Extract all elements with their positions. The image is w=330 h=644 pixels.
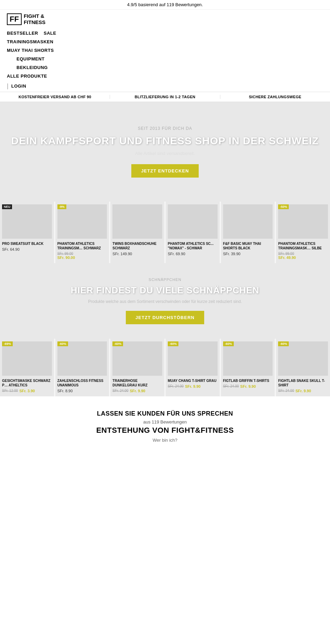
shipping-bar: KOSTENFREIER VERSAND AB CHF 90 BLITZLIEF…	[0, 92, 330, 102]
product-name: PRO SWEATSUIT BLACK	[2, 241, 52, 246]
product-badge: -60%	[168, 341, 178, 346]
entstehung-sub: Wer bin ich?	[7, 438, 323, 443]
product-price-old: SFr. 24.00	[278, 389, 294, 393]
product-image	[278, 341, 328, 376]
product-card-sale-0[interactable]: -69%GESICHTSMASKE SCHWARZ P… ATHELTICSSF…	[0, 339, 54, 396]
main-nav: BESTSELLERSALE TRAININGSMASKEN MUAY THAI…	[7, 29, 56, 92]
product-price-old: SFr. 24.00	[112, 389, 128, 393]
rating-text: 4.9/5 basierend auf 119 Bewertungen.	[127, 2, 203, 7]
nav-alle-produkte[interactable]: ALLE PRODUKTE	[7, 72, 47, 80]
product-name: FIGHTLAB SNAKE SKULL T-SHIRT	[278, 379, 328, 387]
hero-cta-button[interactable]: JETZT ENTDECKEN	[131, 164, 198, 178]
product-card-featured-3[interactable]: PHANTOM ATHLETICS SC... "NOMAX" - SCHWAR…	[166, 202, 220, 263]
nav-sale[interactable]: SALE	[44, 29, 56, 37]
product-image	[2, 341, 52, 376]
nav-trainingsmasken[interactable]: TRAININGSMASKEN	[7, 37, 53, 46]
nav-muay-thai-shorts[interactable]: MUAY THAI SHORTS	[7, 46, 54, 55]
product-card-sale-1[interactable]: -60%ZAHLENSCHLOSS FITNESS UNANIMOUSSFr. …	[55, 339, 109, 396]
entstehung-title: ENTSTEHUNG VON FIGHT&FITNESS	[7, 426, 323, 435]
product-card-featured-4[interactable]: F&F BASIC MUAY THAI SHORTS BLACKSFr. 39.…	[221, 202, 275, 263]
product-card-featured-0[interactable]: NEUPRO SWEATSUIT BLACKSFr. 64.90	[0, 202, 54, 263]
header: FF FIGHT &FITNESS BESTSELLERSALE TRAININ…	[0, 10, 330, 92]
product-price-old: SFr. 24.00	[168, 384, 184, 388]
featured-products-row: NEUPRO SWEATSUIT BLACKSFr. 64.90-9%PHANT…	[0, 202, 330, 263]
product-price-sale: SFr. 9.90	[240, 384, 256, 388]
product-image	[168, 341, 218, 376]
product-name: PHANTOM ATHLETICS TRAININGSMASK… SILBE	[278, 241, 328, 250]
product-card-sale-3[interactable]: -60%MUAY CHANG T-SHIRT GRAUSFr. 24.00SFr…	[166, 339, 220, 396]
product-badge: -9%	[57, 204, 66, 209]
product-price-old: SFr. 24.00	[223, 384, 239, 388]
product-image	[223, 204, 273, 239]
hero-title: DEIN KAMPFSPORT UND FITNESS SHOP IN DER …	[11, 135, 319, 147]
schnappchen-description: Produkte welche aus dem Sortiment versch…	[88, 299, 242, 304]
hero-description: Alle Artikel sind versandbereit.	[135, 151, 195, 156]
product-name: TWINS BOXHANDSCHUHE SCHWARZ	[112, 241, 162, 250]
product-card-sale-2[interactable]: -60%TRAINERHOSE DUNKELGRAU KURZSFr. 24.0…	[110, 339, 164, 396]
product-price: SFr. 8.90	[57, 389, 107, 393]
nav-bekleidung[interactable]: BEKLEIDUNG	[7, 63, 48, 72]
product-name: FIGTLAB GRIFFIN T-SHIRTS	[223, 379, 273, 383]
top-rating-bar: 4.9/5 basierend auf 119 Bewertungen.	[0, 0, 330, 10]
product-card-featured-1[interactable]: -9%PHANTOM ATHLETICS TRAININGSM… SCHWARZ…	[55, 202, 109, 263]
product-price-old: SFr. 12.00	[2, 389, 18, 393]
product-name: TRAINERHOSE DUNKELGRAU KURZ	[112, 379, 162, 387]
reviews-count: aus 119 Bewertungen	[7, 419, 323, 425]
schnappchen-title: HIER FINDEST DU VIELE SCHNÄPPCHEN	[71, 285, 260, 296]
hero-subtitle: SEIT 2013 FÜR DICH DA	[138, 126, 192, 131]
product-name: MUAY CHANG T-SHIRT GRAU	[168, 379, 218, 383]
product-price: SFr. 149.90	[112, 252, 162, 256]
product-price-sale: SFr. 3.90	[19, 389, 35, 393]
product-badge: -60%	[57, 341, 68, 346]
product-price-sale: SFr. 9.90	[296, 389, 311, 393]
product-card-featured-5[interactable]: -50%PHANTOM ATHLETICS TRAININGSMASK… SIL…	[276, 202, 330, 263]
product-card-featured-2[interactable]: TWINS BOXHANDSCHUHE SCHWARZSFr. 149.90	[110, 202, 164, 263]
product-name: GESICHTSMASKE SCHWARZ P… ATHELTICS	[2, 379, 52, 387]
login-link[interactable]: LOGIN	[11, 82, 26, 90]
product-card-sale-5[interactable]: -60%FIGHTLAB SNAKE SKULL T-SHIRTSFr. 24.…	[276, 339, 330, 396]
featured-products-section: NEUPRO SWEATSUIT BLACKSFr. 64.90-9%PHANT…	[0, 202, 330, 263]
reviews-title: LASSEN SIE KUNDEN FÜR UNS SPRECHEN	[7, 410, 323, 417]
logo[interactable]: FF FIGHT &FITNESS	[7, 13, 45, 25]
schnappchen-section: SCHNÄPPCHEN HIER FINDEST DU VIELE SCHNÄP…	[0, 263, 330, 339]
product-image	[112, 204, 162, 239]
product-image	[278, 204, 328, 239]
product-image	[223, 341, 273, 376]
product-image	[2, 204, 52, 239]
product-price-sale: SFr. 9.90	[185, 384, 200, 388]
product-name: PHANTOM ATHLETICS SC... "NOMAX" - SCHWAR	[168, 241, 218, 250]
product-image	[168, 204, 218, 239]
product-name: F&F BASIC MUAY THAI SHORTS BLACK	[223, 241, 273, 250]
nav-equipment[interactable]: EQUIPMENT	[7, 55, 45, 63]
sale-products-row: -69%GESICHTSMASKE SCHWARZ P… ATHELTICSSF…	[0, 339, 330, 396]
product-price-sale: SFr. 49.90	[278, 256, 328, 260]
bottom-spacer	[0, 450, 330, 553]
schnappchen-cta-button[interactable]: JETZT DURCHSTÖBERN	[126, 311, 204, 324]
product-price-old: SFr. 99.00	[278, 252, 328, 256]
sale-products-section: -69%GESICHTSMASKE SCHWARZ P… ATHELTICSSF…	[0, 339, 330, 396]
product-price-sale: SFr. 90.00	[57, 256, 107, 260]
nav-bestseller[interactable]: BESTSELLER	[7, 29, 38, 37]
product-badge: NEU	[2, 204, 12, 209]
product-badge: -60%	[278, 341, 289, 346]
shipping-item-1: KOSTENFREIER VERSAND AB CHF 90	[0, 95, 110, 99]
login-row: | LOGIN	[7, 80, 26, 92]
shipping-item-2: BLITZLIEFERUNG IN 1-2 TAGEN	[110, 95, 220, 99]
product-price: SFr. 64.90	[2, 247, 52, 251]
product-badge: -69%	[2, 341, 13, 346]
product-price-sale: SFr. 9.90	[130, 389, 145, 393]
hero-section: SEIT 2013 FÜR DICH DA DEIN KAMPFSPORT UN…	[0, 102, 330, 202]
shipping-item-3: SICHERE ZAHLUNGSWEGE	[220, 95, 330, 99]
product-name: ZAHLENSCHLOSS FITNESS UNANIMOUS	[57, 379, 107, 387]
logo-text: FIGHT &FITNESS	[24, 13, 45, 25]
product-badge: -60%	[223, 341, 234, 346]
product-image	[57, 204, 107, 239]
product-price: SFr. 69.90	[168, 252, 218, 256]
schnappchen-subtitle: SCHNÄPPCHEN	[148, 278, 181, 282]
product-name: PHANTOM ATHLETICS TRAININGSM… SCHWARZ	[57, 241, 107, 250]
product-badge: -60%	[112, 341, 123, 346]
product-card-sale-4[interactable]: -60%FIGTLAB GRIFFIN T-SHIRTSSFr. 24.00SF…	[221, 339, 275, 396]
product-price-old: SFr. 99.00	[57, 252, 107, 256]
product-image	[57, 341, 107, 376]
logo-icon: FF	[7, 13, 22, 25]
